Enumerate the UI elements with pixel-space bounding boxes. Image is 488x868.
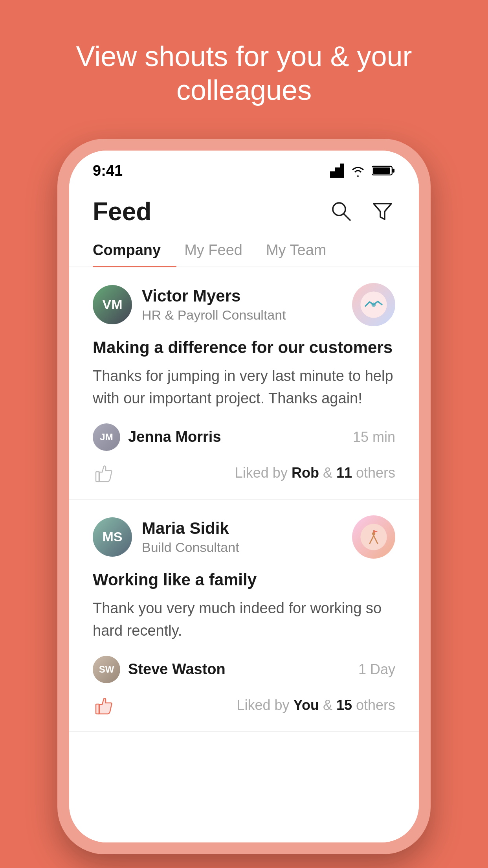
app-header: Feed: [69, 185, 419, 234]
card-body: Making a difference for our customers Th…: [93, 338, 395, 410]
signal-icon: [330, 164, 344, 178]
search-icon: [330, 200, 352, 222]
filter-button[interactable]: [370, 199, 395, 224]
commenter-name: Steve Waston: [128, 661, 226, 678]
liked-by: Liked by You & 15 others: [237, 697, 395, 714]
card-footer: SW Steve Waston 1 Day: [93, 656, 395, 683]
user-role: HR & Payroll Consultant: [142, 307, 286, 323]
status-icons: [330, 164, 395, 178]
commenter-name: Jenna Morris: [128, 428, 221, 445]
svg-marker-8: [374, 204, 391, 219]
tab-company[interactable]: Company: [93, 234, 176, 267]
user-info: Maria Sidik Build Consultant: [142, 519, 239, 555]
post-body: Thanks for jumping in very last minute t…: [93, 365, 395, 410]
handshake-icon: [360, 291, 387, 318]
card-footer: JM Jenna Morris 15 min: [93, 423, 395, 451]
hero-section: View shouts for you & your colleagues: [0, 0, 488, 107]
user-role: Build Consultant: [142, 540, 239, 555]
card-user: VM Victor Myers HR & Payroll Consultant: [93, 285, 286, 324]
post-title: Working like a family: [93, 570, 395, 589]
post-title: Making a difference for our customers: [93, 338, 395, 357]
feed-card: MS Maria Sidik Build Consultant: [69, 500, 419, 732]
svg-line-7: [343, 213, 350, 220]
status-time: 9:41: [93, 162, 123, 179]
svg-marker-1: [335, 167, 340, 178]
tab-my-feed[interactable]: My Feed: [184, 234, 258, 267]
commenter-avatar: JM: [93, 423, 120, 451]
post-time: 1 Day: [358, 661, 395, 678]
avatar: VM: [93, 285, 132, 324]
post-time: 15 min: [353, 429, 395, 445]
card-header: VM Victor Myers HR & Payroll Consultant: [93, 283, 395, 326]
svg-point-10: [371, 302, 376, 307]
svg-point-12: [360, 524, 387, 550]
thumbs-up-icon: [93, 695, 113, 715]
card-user: MS Maria Sidik Build Consultant: [93, 517, 239, 557]
like-button[interactable]: [93, 695, 113, 715]
header-actions: [328, 199, 395, 224]
achievement-icon: [360, 523, 387, 551]
svg-marker-0: [330, 171, 335, 178]
award-badge: [352, 515, 395, 559]
svg-marker-2: [340, 164, 344, 178]
wifi-icon: [350, 164, 366, 178]
status-bar: 9:41: [69, 151, 419, 185]
thumbs-up-icon: [93, 463, 113, 483]
tab-my-team[interactable]: My Team: [266, 234, 342, 267]
feed-card: VM Victor Myers HR & Payroll Consultant: [69, 267, 419, 500]
commenter: JM Jenna Morris: [93, 423, 221, 451]
battery-icon: [372, 165, 395, 177]
card-actions: Liked by Rob & 11 others: [93, 463, 395, 483]
phone-mockup: 9:41: [57, 139, 431, 854]
card-header: MS Maria Sidik Build Consultant: [93, 515, 395, 559]
svg-rect-5: [373, 167, 390, 174]
page-title: Feed: [93, 197, 151, 226]
search-button[interactable]: [328, 199, 354, 224]
user-name: Maria Sidik: [142, 519, 239, 538]
user-name: Victor Myers: [142, 287, 286, 305]
card-actions: Liked by You & 15 others: [93, 695, 395, 715]
user-info: Victor Myers HR & Payroll Consultant: [142, 287, 286, 323]
commenter-avatar: SW: [93, 656, 120, 683]
hero-text: View shouts for you & your colleagues: [0, 39, 488, 107]
tab-bar: Company My Feed My Team: [69, 234, 419, 267]
feed-list: VM Victor Myers HR & Payroll Consultant: [69, 267, 419, 842]
post-body: Thank you very much indeed for working s…: [93, 597, 395, 642]
svg-rect-15: [96, 704, 99, 714]
liked-by: Liked by Rob & 11 others: [235, 465, 395, 481]
filter-icon: [372, 200, 393, 222]
commenter: SW Steve Waston: [93, 656, 226, 683]
avatar: MS: [93, 517, 132, 557]
like-button[interactable]: [93, 463, 113, 483]
award-badge: [352, 283, 395, 326]
phone-screen: 9:41: [69, 151, 419, 842]
svg-rect-4: [393, 169, 394, 173]
card-body: Working like a family Thank you very muc…: [93, 570, 395, 642]
